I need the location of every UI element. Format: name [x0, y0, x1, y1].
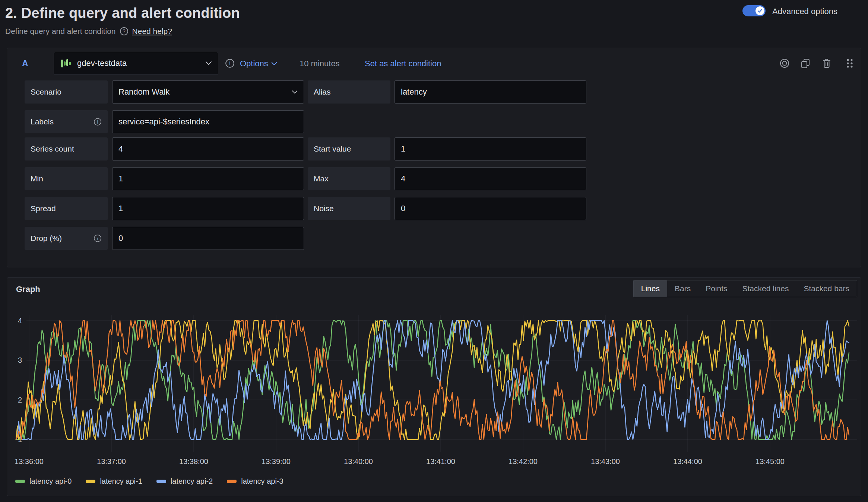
series-name: latency api-1	[100, 477, 142, 486]
drop-input[interactable]	[113, 233, 304, 243]
legend-item[interactable]: latency api-2	[156, 477, 213, 486]
svg-text:?: ?	[123, 28, 126, 34]
tab-stacked-bars[interactable]: Stacked bars	[796, 280, 857, 297]
svg-text:13:43:00: 13:43:00	[591, 457, 620, 466]
query-editor-panel: A gdev-testdata i Options 10 minutes	[7, 48, 861, 267]
start-value-input[interactable]	[395, 144, 586, 154]
page-title: 2. Define query and alert condition	[5, 5, 240, 21]
tab-bars[interactable]: Bars	[667, 280, 698, 297]
svg-text:13:42:00: 13:42:00	[509, 457, 538, 466]
spread-input[interactable]	[113, 204, 304, 213]
svg-text:13:44:00: 13:44:00	[673, 457, 702, 466]
series-name: latency api-2	[171, 477, 213, 486]
alias-field-wrap	[395, 80, 586, 104]
svg-text:13:45:00: 13:45:00	[755, 457, 785, 466]
graph-panel: Graph Lines Bars Points Stacked lines St…	[7, 277, 861, 496]
scenario-select[interactable]: Random Walk	[112, 80, 304, 104]
series-count-field-wrap	[112, 137, 304, 161]
advanced-options-toggle[interactable]	[742, 5, 766, 16]
options-expander[interactable]: Options	[240, 59, 277, 69]
series-swatch	[156, 480, 166, 483]
min-label-chip: Min	[25, 167, 108, 190]
series-name: latency api-3	[241, 477, 283, 486]
page-subtitle-text: Define query and alert condition	[5, 27, 116, 36]
alias-input[interactable]	[395, 87, 586, 97]
svg-text:i: i	[97, 236, 98, 241]
testdata-bars-icon	[60, 57, 72, 69]
info-circle-icon: i	[94, 118, 102, 126]
drop-field-wrap	[112, 227, 304, 250]
max-input[interactable]	[395, 174, 586, 184]
svg-text:2: 2	[18, 396, 22, 404]
trash-icon[interactable]	[821, 58, 832, 69]
graph-panel-title: Graph	[16, 285, 40, 294]
copy-icon[interactable]	[800, 58, 811, 69]
tab-stacked-lines[interactable]: Stacked lines	[735, 280, 796, 297]
scenario-label-chip: Scenario	[25, 80, 108, 104]
max-label: Max	[314, 174, 329, 183]
drag-handle-icon[interactable]	[845, 58, 855, 69]
series-swatch	[227, 480, 237, 483]
series-swatch	[15, 480, 25, 483]
chevron-down-icon	[292, 90, 298, 94]
noise-label-chip: Noise	[308, 197, 390, 220]
series-count-input[interactable]	[113, 144, 304, 154]
display-mode-tabs: Lines Bars Points Stacked lines Stacked …	[633, 280, 857, 297]
series-count-label: Series count	[31, 144, 74, 153]
labels-input[interactable]	[113, 117, 304, 127]
svg-text:3: 3	[18, 356, 22, 364]
noise-field-wrap	[395, 197, 586, 220]
start-value-label-chip: Start value	[308, 137, 390, 161]
min-input[interactable]	[113, 174, 304, 184]
legend-item[interactable]: latency api-0	[15, 477, 72, 486]
svg-text:13:38:00: 13:38:00	[179, 457, 208, 466]
legend-item[interactable]: latency api-3	[227, 477, 283, 486]
record-icon[interactable]	[779, 58, 790, 69]
chart-legend: latency api-0 latency api-1 latency api-…	[15, 477, 283, 486]
datasource-picker[interactable]: gdev-testdata	[54, 52, 218, 75]
tab-lines[interactable]: Lines	[634, 280, 667, 297]
svg-text:i: i	[229, 60, 230, 66]
scenario-value: Random Walk	[118, 87, 170, 97]
alias-label: Alias	[314, 88, 331, 96]
tab-points[interactable]: Points	[698, 280, 735, 297]
max-label-chip: Max	[308, 167, 390, 190]
svg-text:13:40:00: 13:40:00	[344, 457, 373, 466]
chevron-down-icon	[205, 61, 212, 66]
svg-text:13:37:00: 13:37:00	[97, 457, 126, 466]
svg-text:13:39:00: 13:39:00	[262, 457, 291, 466]
scenario-label: Scenario	[31, 88, 61, 96]
max-field-wrap	[395, 167, 586, 190]
alert-rule-editor: 2. Define query and alert condition Defi…	[0, 0, 868, 502]
drop-label: Drop (%)	[31, 234, 62, 243]
legend-item[interactable]: latency api-1	[86, 477, 142, 486]
series-name: latency api-0	[29, 477, 72, 486]
spread-label-chip: Spread	[25, 197, 108, 220]
spread-label: Spread	[31, 204, 56, 213]
drop-label-chip: Drop (%) i	[25, 227, 108, 250]
time-range-label: 10 minutes	[300, 59, 340, 69]
noise-input[interactable]	[395, 204, 586, 213]
noise-label: Noise	[314, 204, 334, 213]
chevron-down-icon	[271, 62, 277, 66]
need-help-link[interactable]: Need help?	[132, 27, 172, 36]
set-alert-condition-link[interactable]: Set as alert condition	[365, 59, 441, 69]
advanced-options-label: Advanced options	[772, 7, 837, 16]
labels-field-wrap	[112, 110, 304, 133]
query-ref-id[interactable]: A	[22, 58, 28, 69]
svg-text:i: i	[97, 119, 98, 125]
min-field-wrap	[112, 167, 304, 190]
info-circle-icon: i	[94, 234, 102, 242]
help-circle-icon: ?	[120, 27, 129, 36]
labels-label-chip: Labels i	[25, 110, 108, 133]
page-subtitle: Define query and alert condition ? Need …	[5, 27, 172, 36]
timeseries-chart[interactable]: 123413:36:0013:37:0013:38:0013:39:0013:4…	[12, 315, 857, 475]
options-label: Options	[240, 59, 268, 69]
series-count-label-chip: Series count	[25, 137, 108, 161]
series-swatch	[86, 480, 95, 483]
start-value-field-wrap	[395, 137, 586, 161]
svg-text:4: 4	[18, 317, 22, 325]
toggle-knob	[755, 6, 764, 15]
alias-label-chip: Alias	[308, 80, 390, 104]
min-label: Min	[31, 174, 43, 183]
